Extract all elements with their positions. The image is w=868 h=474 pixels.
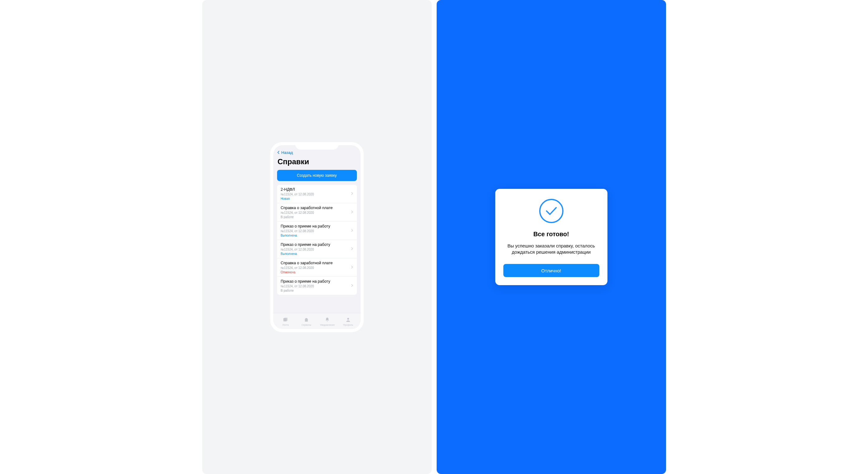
tab-label: Уведомления	[320, 323, 335, 326]
request-title: Приказ о приеме на работу	[281, 279, 353, 284]
modal-ok-button[interactable]: Отлично!	[503, 264, 599, 277]
request-title: Справка о заработной плате	[281, 206, 353, 210]
request-row[interactable]: Приказ о приеме на работу№11524, от 12.0…	[277, 222, 357, 240]
request-title: Справка о заработной плате	[281, 261, 353, 265]
tab-bell[interactable]: Уведомления	[317, 317, 338, 326]
chevron-right-icon	[350, 191, 354, 197]
page-title: Справки	[273, 157, 361, 170]
left-panel: Назад Справки Создать новую заявку 2-НДФ…	[202, 0, 432, 474]
feed-icon	[282, 317, 289, 323]
request-status: В работе	[281, 215, 353, 219]
tab-profile[interactable]: Профиль	[338, 317, 359, 326]
tab-label: Сервисы	[301, 323, 311, 326]
request-subtitle: №11524, от 12.08.2020	[281, 211, 353, 214]
success-check-icon	[539, 199, 563, 223]
tab-bar: ЛентаСервисыУведомленияПрофиль	[273, 313, 361, 329]
request-title: Приказ о приеме на работу	[281, 224, 353, 228]
phone-notch	[295, 142, 339, 150]
request-subtitle: №11524, от 12.08.2020	[281, 248, 353, 251]
request-status: Выполнена	[281, 234, 353, 237]
request-status: В работе	[281, 289, 353, 292]
request-row[interactable]: Справка о заработной плате№11524, от 12.…	[277, 203, 357, 222]
phone-screen: Назад Справки Создать новую заявку 2-НДФ…	[273, 145, 361, 329]
profile-icon	[345, 317, 351, 323]
request-status: Выполнена	[281, 252, 353, 256]
svg-rect-1	[284, 318, 288, 321]
request-row[interactable]: Приказ о приеме на работу№11524, от 12.0…	[277, 277, 357, 295]
chevron-right-icon	[350, 228, 354, 233]
request-title: Приказ о приеме на работу	[281, 243, 353, 247]
request-row[interactable]: Справка о заработной плате№11524, от 12.…	[277, 258, 357, 277]
services-icon	[303, 317, 309, 323]
bell-icon	[324, 317, 330, 323]
tab-label: Профиль	[343, 323, 353, 326]
tab-services[interactable]: Сервисы	[296, 317, 317, 326]
request-subtitle: №11524, от 12.08.2020	[281, 266, 353, 270]
request-status: Отменена	[281, 271, 353, 274]
svg-point-2	[347, 318, 349, 320]
chevron-right-icon	[350, 283, 354, 289]
success-modal: Все готово! Вы успешно заказали справку,…	[495, 189, 608, 285]
tab-label: Лента	[282, 323, 289, 326]
request-status: Новая	[281, 197, 353, 200]
request-row[interactable]: Приказ о приеме на работу№11524, от 12.0…	[277, 240, 357, 258]
request-title: 2-НДФЛ	[281, 187, 353, 192]
modal-body: Вы успешно заказали справку, осталось до…	[503, 243, 599, 256]
right-panel: Все готово! Вы успешно заказали справку,…	[437, 0, 666, 474]
tab-feed[interactable]: Лента	[275, 317, 296, 326]
request-subtitle: №11524, от 12.08.2020	[281, 285, 353, 288]
request-row[interactable]: 2-НДФЛ№11524, от 12.08.2020Новая	[277, 185, 357, 203]
chevron-right-icon	[350, 264, 354, 270]
chevron-left-icon	[276, 150, 281, 155]
request-subtitle: №11524, от 12.08.2020	[281, 193, 353, 196]
requests-list: 2-НДФЛ№11524, от 12.08.2020НоваяСправка …	[277, 185, 357, 295]
chevron-right-icon	[350, 246, 354, 252]
create-request-button[interactable]: Создать новую заявку	[277, 170, 357, 181]
chevron-right-icon	[350, 210, 354, 215]
modal-title: Все готово!	[503, 231, 599, 238]
back-label: Назад	[281, 150, 293, 155]
request-subtitle: №11524, от 12.08.2020	[281, 229, 353, 233]
phone-frame: Назад Справки Создать новую заявку 2-НДФ…	[270, 142, 364, 332]
